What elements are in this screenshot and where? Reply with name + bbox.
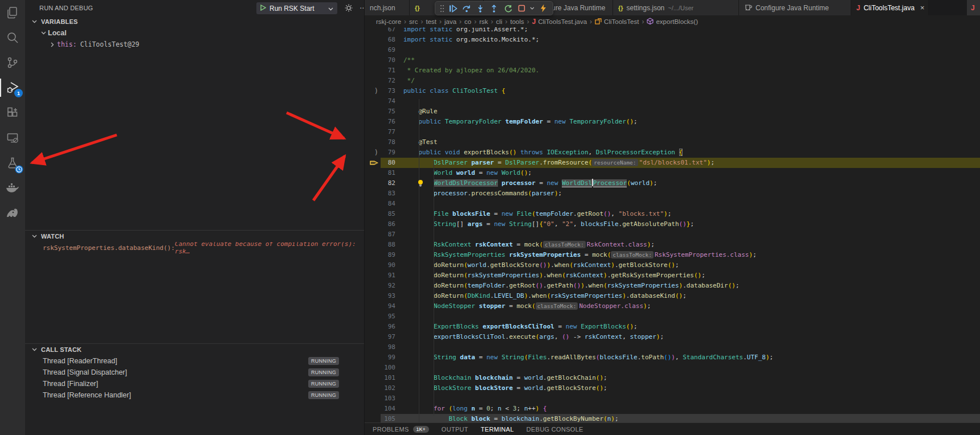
editor-tab-clitoolstest-java[interactable]: JCliToolsTest.java× xyxy=(851,0,929,15)
code-line-98[interactable]: 98 xyxy=(365,342,980,352)
editor-tab-configure-java-runtime[interactable]: Configure Java Runtime xyxy=(739,0,851,15)
code-line-78[interactable]: 78 @Test xyxy=(365,137,980,147)
code-line-93[interactable]: 93 doReturn(DbKind.LEVEL_DB).when(rskSys… xyxy=(365,291,980,301)
extensions-icon[interactable] xyxy=(0,100,25,125)
continue-button[interactable] xyxy=(446,2,460,15)
step-out-button[interactable] xyxy=(487,2,501,15)
restart-button[interactable] xyxy=(501,2,514,15)
breadcrumb-item[interactable]: src xyxy=(409,18,418,25)
gradle-icon[interactable] xyxy=(0,200,25,225)
breadcrumb-item[interactable]: java xyxy=(444,18,456,25)
testing-icon[interactable] xyxy=(0,150,25,175)
code-line-95[interactable]: 95 xyxy=(365,311,980,322)
breadcrumb-item[interactable]: exportBlocks() xyxy=(647,18,698,26)
code-line-104[interactable]: 104 for (long n = 0; n < 3; n++) { xyxy=(365,404,980,414)
run-and-debug-icon[interactable]: 1 xyxy=(0,75,25,100)
editor-tab-settings-json[interactable]: {}settings.json~/.../User xyxy=(613,0,739,15)
tab-overflow-fragment[interactable]: J xyxy=(967,0,980,15)
variables-scope-local[interactable]: Local xyxy=(25,27,364,39)
stop-button[interactable] xyxy=(514,2,528,15)
call-stack-thread-row[interactable]: Thread [Reference Handler]RUNNING xyxy=(25,389,364,401)
code-line-75[interactable]: 75 @Rule xyxy=(365,106,980,117)
gear-icon[interactable] xyxy=(344,3,354,13)
code-line-82[interactable]: 82 WorldDslProcessor processor = new Wor… xyxy=(365,178,980,188)
stop-dropdown-button[interactable] xyxy=(528,2,536,15)
code-line-84[interactable]: 84 xyxy=(365,199,980,209)
code-line-70[interactable]: 70/** xyxy=(365,55,980,65)
call-stack-header[interactable]: CALL STACK xyxy=(25,344,364,355)
breadcrumb-item[interactable]: rsk xyxy=(479,18,488,25)
code-line-105[interactable]: 105 Block block = blockchain.getBlockByN… xyxy=(365,414,980,422)
code-line-67[interactable]: 67import static org.junit.Assert.*; xyxy=(365,27,980,35)
run-config-dropdown[interactable]: Run RSK Start xyxy=(256,2,337,14)
breadcrumb-item[interactable]: cli xyxy=(496,18,503,25)
code-line-69[interactable]: 69 xyxy=(365,45,980,55)
watch-section: WATCH rskSystemProperties.databaseKind()… xyxy=(25,230,364,253)
explorer-icon[interactable] xyxy=(0,0,25,25)
gutter xyxy=(365,188,381,199)
breadcrumb-label: test xyxy=(426,18,436,25)
breadcrumb-item[interactable]: co xyxy=(464,18,471,25)
code-line-100[interactable]: 100 xyxy=(365,363,980,373)
breadcrumb-item[interactable]: rskj-core xyxy=(376,18,401,25)
variable-this[interactable]: this: CliToolsTest@29 xyxy=(25,39,364,50)
lightbulb-icon[interactable] xyxy=(417,179,424,190)
code-line-76[interactable]: 76 public TemporaryFolder tempFolder = n… xyxy=(365,117,980,127)
code-line-74[interactable]: 74 xyxy=(365,96,980,106)
breadcrumb-item[interactable]: CliToolsTest xyxy=(595,18,639,26)
code-line-102[interactable]: 102 BlockStore blockStore = world.getBlo… xyxy=(365,383,980,393)
code-line-97[interactable]: 97 exportBlocksCliTool.execute(args, () … xyxy=(365,332,980,342)
code-line-72[interactable]: 72 */ xyxy=(365,76,980,86)
source-control-icon[interactable] xyxy=(0,50,25,75)
code-line-77[interactable]: 77 xyxy=(365,127,980,137)
variables-header[interactable]: VARIABLES xyxy=(25,16,364,27)
docker-icon[interactable] xyxy=(0,175,25,200)
code-line-81[interactable]: 81 World world = new World(); xyxy=(365,168,980,178)
code-line-85[interactable]: 85 File blocksFile = new File(tempFolder… xyxy=(365,209,980,219)
call-stack-thread-row[interactable]: Thread [ReaderThread]RUNNING xyxy=(25,355,364,367)
code-line-71[interactable]: 71 * Created by ajlopez on 26/04/2020. xyxy=(365,65,980,76)
code-line-68[interactable]: 68import static org.mockito.Mockito.*; xyxy=(365,35,980,45)
gutter xyxy=(365,27,381,35)
code-line-87[interactable]: 87 xyxy=(365,229,980,240)
watch-header[interactable]: WATCH xyxy=(25,231,364,242)
code-line-103[interactable]: 103 xyxy=(365,393,980,404)
call-stack-thread-row[interactable]: Thread [Finalizer]RUNNING xyxy=(25,378,364,389)
code-line-86[interactable]: 86 String[] args = new String[]{"0", "2"… xyxy=(365,219,980,229)
code-line-94[interactable]: 94 NodeStopper stopper = mock(classToMoc… xyxy=(365,301,980,311)
panel-tab-debug-console[interactable]: DEBUG CONSOLE xyxy=(526,426,583,433)
editor-tab-nch-json[interactable]: nch.json xyxy=(365,0,410,15)
panel-tab-output[interactable]: OUTPUT xyxy=(442,426,468,433)
remote-explorer-icon[interactable] xyxy=(0,125,25,150)
code-line-83[interactable]: 83 processor.processCommands(parser); xyxy=(365,188,980,199)
code-line-body: 96 ExportBlocks exportBlocksCliTool = ne… xyxy=(381,322,980,332)
code-line-88[interactable]: 88 RskContext rskContext = mock(classToM… xyxy=(365,240,980,250)
code-line-101[interactable]: 101 Blockchain blockchain = world.getBlo… xyxy=(365,373,980,383)
drag-grip-handle[interactable] xyxy=(438,2,446,15)
code-line-79[interactable]: )79 public void exportBlocks() throws IO… xyxy=(365,147,980,158)
code-line-91[interactable]: 91 doReturn(rskSystemProperties).when(rs… xyxy=(365,270,980,281)
search-icon[interactable] xyxy=(0,25,25,50)
hot-code-replace-button[interactable] xyxy=(536,2,550,15)
code-line-89[interactable]: 89 RskSystemProperties rskSystemProperti… xyxy=(365,250,980,260)
code-line-73[interactable]: )73public class CliToolsTest { xyxy=(365,86,980,96)
code-line-99[interactable]: 99 String data = new String(Files.readAl… xyxy=(365,352,980,363)
panel-tab-problems[interactable]: PROBLEMS1K+ xyxy=(373,426,429,433)
code-line-92[interactable]: 92 doReturn(tempFolder.getRoot().getPath… xyxy=(365,281,980,291)
breadcrumb-item[interactable]: tools xyxy=(510,18,524,25)
step-over-button[interactable] xyxy=(460,2,473,15)
line-number: 79 xyxy=(381,147,403,158)
step-into-button[interactable] xyxy=(473,2,487,15)
code-line-96[interactable]: 96 ExportBlocks exportBlocksCliTool = ne… xyxy=(365,322,980,332)
code-editor[interactable]: 67import static org.junit.Assert.*;68imp… xyxy=(365,27,980,422)
panel-tab-terminal[interactable]: TERMINAL xyxy=(481,426,514,433)
breadcrumb-item[interactable]: test xyxy=(426,18,436,25)
code-line-80[interactable]: 80 DslParser parser = DslParser.fromReso… xyxy=(365,158,980,168)
call-stack-thread-row[interactable]: Thread [Signal Dispatcher]RUNNING xyxy=(25,367,364,378)
code-text: RskSystemProperties rskSystemProperties … xyxy=(403,250,757,260)
code-text: File blocksFile = new File(tempFolder.ge… xyxy=(403,209,671,219)
code-line-90[interactable]: 90 doReturn(world.getBlockStore()).when(… xyxy=(365,260,980,270)
close-icon[interactable]: × xyxy=(920,3,925,12)
watch-expression-row[interactable]: rskSystemProperties.databaseKind(): Cann… xyxy=(25,242,364,253)
breadcrumb-item[interactable]: JCliToolsTest.java xyxy=(532,18,587,26)
